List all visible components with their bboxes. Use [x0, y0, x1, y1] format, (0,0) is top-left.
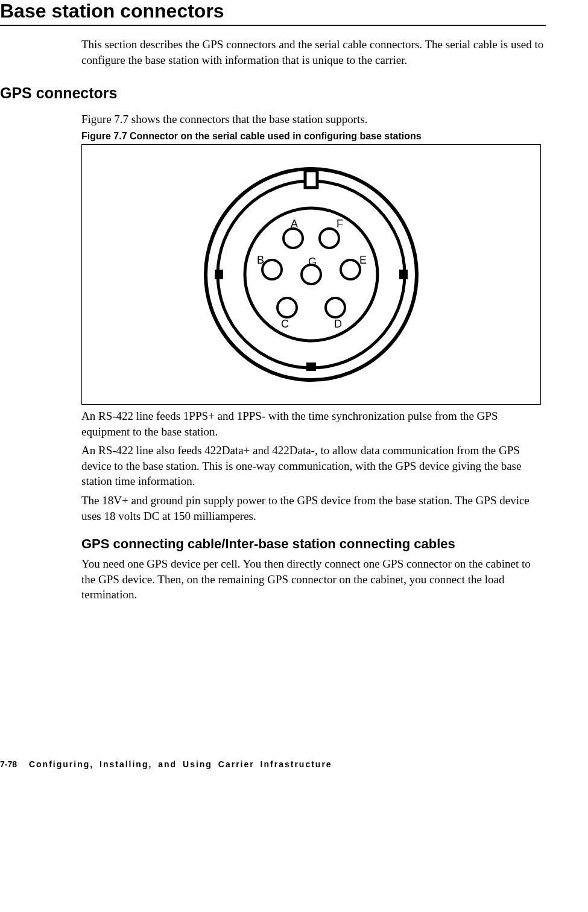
figure-caption: Figure 7.7 Connector on the serial cable…: [81, 131, 546, 142]
figure-connector-diagram: A F B E G C D: [81, 144, 541, 405]
page-footer: 7-78 Configuring, Installing, and Using …: [0, 759, 546, 769]
connector-icon: A F B E G C D: [197, 160, 426, 389]
pin-label-f: F: [337, 218, 343, 230]
pin-label-a: A: [291, 218, 298, 230]
paragraph: You need one GPS device per cell. You th…: [81, 556, 546, 603]
pin-label-d: D: [334, 318, 342, 330]
svg-point-13: [326, 298, 345, 317]
heading-gps-connectors: GPS connectors: [0, 84, 546, 102]
heading-gps-cable: GPS connecting cable/Inter-base station …: [81, 536, 546, 553]
paragraph: The 18V+ and ground pin supply power to …: [81, 493, 546, 524]
intro-paragraph: This section describes the GPS connector…: [81, 37, 546, 68]
paragraph: An RS-422 line feeds 1PPS+ and 1PPS- wit…: [81, 408, 546, 439]
svg-rect-4: [399, 270, 408, 279]
page-number: 7-78: [0, 759, 17, 769]
heading-rule: [0, 25, 546, 26]
svg-point-10: [262, 260, 282, 279]
svg-point-0: [206, 169, 417, 380]
svg-rect-2: [305, 171, 317, 188]
pin-label-g: G: [308, 256, 317, 268]
svg-point-12: [277, 298, 297, 317]
svg-rect-3: [215, 270, 223, 279]
paragraph: Figure 7.7 shows the connectors that the…: [81, 112, 546, 127]
svg-point-9: [320, 229, 339, 248]
svg-point-8: [283, 229, 303, 248]
pin-label-c: C: [281, 318, 289, 330]
heading-1: Base station connectors: [0, 0, 546, 22]
svg-point-11: [341, 260, 360, 279]
paragraph: An RS-422 line also feeds 422Data+ and 4…: [81, 443, 546, 489]
footer-title: Configuring, Installing, and Using Carri…: [29, 759, 332, 769]
pin-label-b: B: [257, 254, 264, 266]
pin-label-e: E: [359, 254, 367, 266]
svg-rect-5: [306, 363, 316, 371]
